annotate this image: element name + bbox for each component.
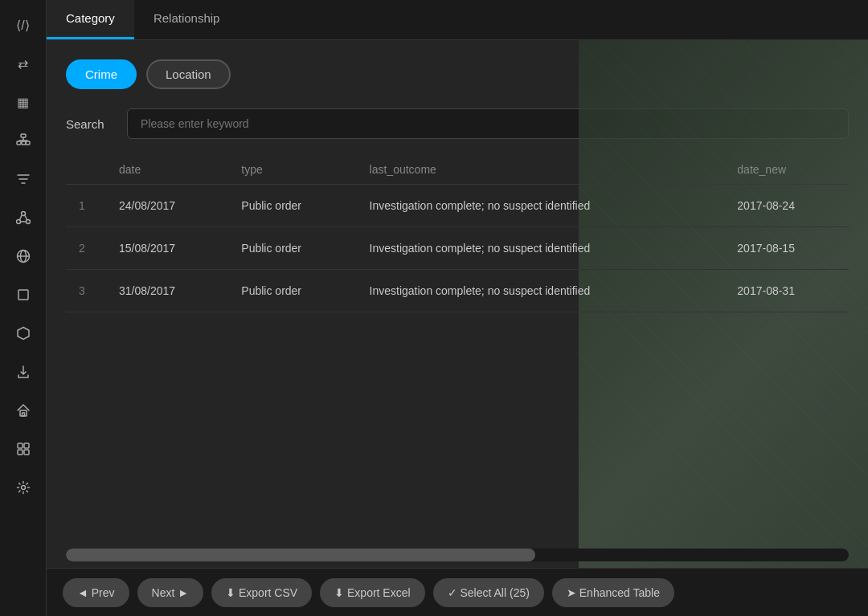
tab-category[interactable]: Category: [47, 0, 134, 39]
svg-rect-15: [18, 290, 28, 300]
sidebar-item-filter[interactable]: [6, 162, 40, 196]
row-type: Public order: [228, 185, 356, 227]
col-type: type: [228, 155, 356, 185]
col-date-new: date_new: [724, 155, 849, 185]
filter-crime[interactable]: Crime: [66, 59, 137, 89]
svg-rect-21: [18, 450, 23, 455]
table-row[interactable]: 3 31/08/2017 Public order Investigation …: [66, 270, 849, 312]
row-date: 31/08/2017: [106, 270, 228, 312]
svg-line-10: [24, 215, 27, 220]
sidebar-item-export[interactable]: [6, 355, 40, 389]
row-date-new: 2017-08-15: [724, 227, 849, 270]
svg-rect-3: [26, 141, 30, 145]
svg-rect-18: [22, 413, 24, 416]
row-num: 1: [66, 185, 106, 227]
col-num: [66, 155, 106, 185]
svg-rect-22: [24, 450, 29, 455]
select-all-button[interactable]: ✓ Select All (25): [433, 578, 544, 607]
content-area: Crime Location Search date: [47, 40, 868, 568]
sidebar-item-hexagon[interactable]: [6, 316, 40, 350]
row-num: 2: [66, 227, 106, 270]
table-header-row: date type last_outcome date_new: [66, 155, 849, 185]
main-panel: Category Relationship Crime Location Se: [47, 0, 868, 616]
horizontal-scrollbar[interactable]: [66, 549, 849, 561]
table-row[interactable]: 1 24/08/2017 Public order Investigation …: [66, 185, 849, 227]
row-last-outcome: Investigation complete; no suspect ident…: [357, 270, 725, 312]
sidebar-item-globe[interactable]: [6, 239, 40, 273]
row-last-outcome: Investigation complete; no suspect ident…: [357, 185, 725, 227]
prev-button[interactable]: ◄ Prev: [63, 578, 129, 607]
scrollbar-thumb: [66, 549, 535, 561]
row-last-outcome: Investigation complete; no suspect ident…: [357, 227, 725, 270]
table-row[interactable]: 2 15/08/2017 Public order Investigation …: [66, 227, 849, 270]
row-type: Public order: [228, 270, 356, 312]
sidebar-item-grid2[interactable]: [6, 432, 40, 466]
col-last-outcome: last_outcome: [357, 155, 725, 185]
row-date: 15/08/2017: [106, 227, 228, 270]
svg-point-23: [21, 486, 25, 490]
col-date: date: [106, 155, 228, 185]
svg-rect-0: [21, 134, 26, 137]
sidebar-item-transfer[interactable]: ⇄: [6, 47, 40, 80]
svg-rect-1: [17, 141, 21, 145]
sidebar-item-network[interactable]: [6, 201, 40, 235]
row-date-new: 2017-08-31: [724, 270, 849, 312]
tab-relationship[interactable]: Relationship: [134, 0, 240, 39]
bottom-toolbar: ◄ Prev Next ► ⬇ Export CSV ⬇ Export Exce…: [47, 568, 868, 616]
enhanced-table-button[interactable]: ➤ Enhanced Table: [552, 578, 674, 607]
search-label: Search: [66, 117, 114, 131]
row-num: 3: [66, 270, 106, 312]
sidebar-item-hierarchy[interactable]: [6, 124, 40, 157]
export-excel-button[interactable]: ⬇ Export Excel: [320, 578, 424, 607]
filter-location[interactable]: Location: [146, 59, 231, 89]
svg-rect-20: [24, 443, 29, 448]
svg-rect-19: [18, 443, 23, 448]
export-csv-button[interactable]: ⬇ Export CSV: [211, 578, 312, 607]
sidebar-item-grid[interactable]: ▦: [6, 85, 40, 119]
sidebar-item-cube[interactable]: [6, 278, 40, 312]
svg-line-9: [19, 215, 22, 220]
next-button[interactable]: Next ►: [137, 578, 204, 607]
data-table: date type last_outcome date_new 1 24/08/…: [66, 155, 849, 312]
row-date-new: 2017-08-24: [724, 185, 849, 227]
svg-point-6: [21, 212, 25, 216]
svg-marker-16: [18, 328, 29, 340]
row-type: Public order: [228, 227, 356, 270]
tab-bar: Category Relationship: [47, 0, 868, 40]
sidebar: ⟨/⟩ ⇄ ▦: [0, 0, 47, 616]
data-table-container: date type last_outcome date_new 1 24/08/…: [66, 155, 849, 542]
sidebar-item-settings[interactable]: [6, 471, 40, 504]
row-date: 24/08/2017: [106, 185, 228, 227]
sidebar-item-home[interactable]: [6, 394, 40, 427]
sidebar-item-code[interactable]: ⟨/⟩: [6, 8, 40, 42]
